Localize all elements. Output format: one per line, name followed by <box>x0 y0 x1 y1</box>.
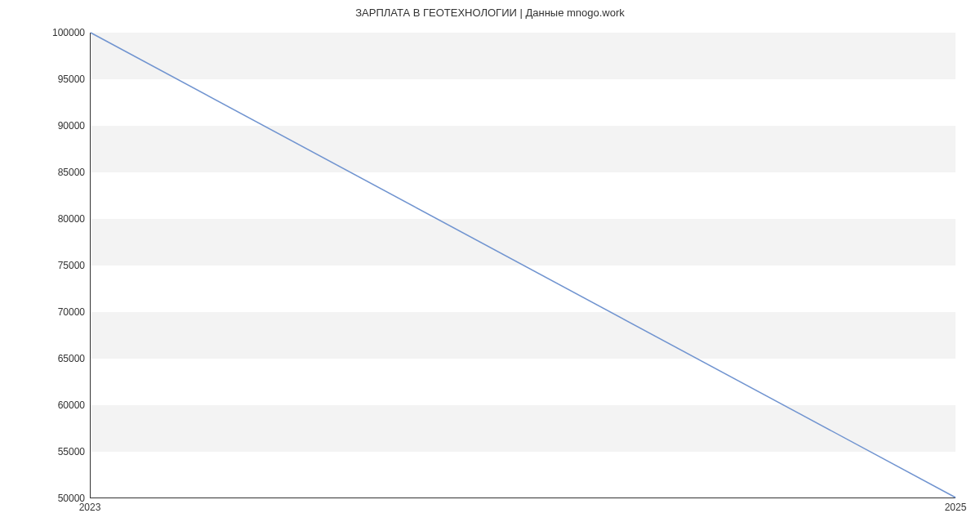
y-tick-label: 60000 <box>36 399 85 411</box>
y-tick-label: 95000 <box>36 74 85 85</box>
y-tick-label: 85000 <box>36 167 85 178</box>
plot-area <box>90 33 956 498</box>
y-tick-label: 70000 <box>36 306 85 318</box>
y-tick-label: 55000 <box>36 446 85 457</box>
y-tick-label: 75000 <box>36 260 85 271</box>
y-tick-label: 90000 <box>36 120 85 132</box>
x-tick-label: 2025 <box>945 502 967 513</box>
chart-container: ЗАРПЛАТА В ГЕОТЕХНОЛОГИИ | Данные mnogo.… <box>0 0 980 531</box>
x-tick-label: 2023 <box>79 502 101 513</box>
line-series <box>91 33 956 498</box>
y-tick-label: 65000 <box>36 353 85 364</box>
y-tick-label: 50000 <box>36 493 85 504</box>
y-tick-label: 100000 <box>36 27 85 38</box>
chart-title: ЗАРПЛАТА В ГЕОТЕХНОЛОГИИ | Данные mnogo.… <box>0 7 980 19</box>
y-tick-label: 80000 <box>36 213 85 225</box>
